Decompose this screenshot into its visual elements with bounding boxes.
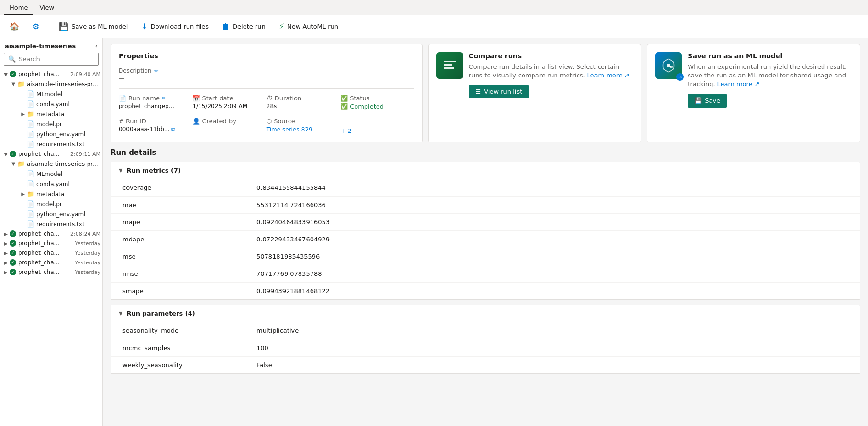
expand-meta2[interactable]: ▶ xyxy=(19,191,27,197)
prop-source: ⬡ Source Time series-829 xyxy=(267,118,340,134)
save-ml-icon-box: → xyxy=(655,52,682,79)
save-ml-button[interactable]: 💾 Save as ML model xyxy=(53,19,134,34)
description-value: — xyxy=(119,75,414,82)
run6-label: prophet_cha... xyxy=(18,259,73,266)
status-dot-run1 xyxy=(10,71,16,77)
sidebar-item-file-mlmodel2[interactable]: 📄 MLmodel xyxy=(0,169,102,179)
sidebar-item-file-pyenv1[interactable]: 📄 python_env.yaml xyxy=(0,129,102,139)
metric-name-coverage: coverage xyxy=(122,184,256,191)
metrics-section-header[interactable]: ▼ Run metrics (7) xyxy=(111,162,860,179)
settings-icon-btn[interactable]: ⚙ xyxy=(27,19,45,34)
expand-run2[interactable]: ▼ xyxy=(2,152,10,157)
metric-row-mdape: mdape 0.07229433467604929 xyxy=(111,231,860,248)
sidebar-item-file-model2[interactable]: 📄 model.pr xyxy=(0,199,102,209)
expand-run4[interactable]: ▶ xyxy=(2,241,10,246)
sidebar-item-run3[interactable]: ▶ prophet_cha... 2:08:24 AM xyxy=(0,229,102,239)
sidebar-item-file-model1[interactable]: 📄 model.pr xyxy=(0,119,102,129)
source-value[interactable]: Time series-829 xyxy=(267,126,312,133)
folder2-icon: 📁 xyxy=(17,160,25,167)
delete-run-button[interactable]: 🗑 Delete run xyxy=(216,19,271,34)
metric-row-mae: mae 55312114.724166036 xyxy=(111,197,860,214)
expand-folder2[interactable]: ▼ xyxy=(10,161,17,166)
save-ml-content: Save run as an ML model When an experime… xyxy=(688,52,852,108)
sidebar-item-file-req2[interactable]: 📄 requirements.txt xyxy=(0,219,102,229)
metric-row-smape: smape 0.09943921881468122 xyxy=(111,283,860,299)
menu-item-view[interactable]: View xyxy=(33,0,60,15)
content-area: Properties Description ✏ — 📄 Run name ✏ xyxy=(103,38,868,426)
file-model2-icon: 📄 xyxy=(27,200,34,208)
run-id-copy-icon[interactable]: ⧉ xyxy=(171,126,175,132)
properties-card: Properties Description ✏ — 📄 Run name ✏ xyxy=(111,44,423,142)
sidebar-item-run5[interactable]: ▶ prophet_cha... Yesterday xyxy=(0,248,102,258)
param-name-seasonality: seasonality_mode xyxy=(122,327,256,334)
param-row-seasonality: seasonality_mode multiplicative xyxy=(111,322,860,339)
expand-run3[interactable]: ▶ xyxy=(2,231,10,237)
view-run-list-button[interactable]: ☰ View run list xyxy=(469,85,529,98)
home-icon-btn[interactable]: 🏠 xyxy=(4,19,25,34)
prop-run-name: 📄 Run name ✏ prophet_changep... xyxy=(119,95,192,110)
sidebar-item-file-req1[interactable]: 📄 requirements.txt xyxy=(0,139,102,149)
params-section-header[interactable]: ▼ Run parameters (4) xyxy=(111,305,860,322)
expand-run7[interactable]: ▶ xyxy=(2,270,10,275)
compare-runs-content: Compare runs Compare run details in a li… xyxy=(469,52,634,98)
sidebar-item-run6[interactable]: ▶ prophet_cha... Yesterday xyxy=(0,258,102,267)
main-layout: aisample-timeseries ‹ 🔍 ▼ prophet_cha...… xyxy=(0,38,868,426)
folder-meta1-icon: 📁 xyxy=(27,110,34,118)
sidebar-item-file-conda2[interactable]: 📄 conda.yaml xyxy=(0,179,102,189)
expand-meta1[interactable]: ▶ xyxy=(19,111,27,117)
prop-run-id: # Run ID 0000aaaa-11bb... ⧉ xyxy=(119,118,192,134)
sidebar-collapse-button[interactable]: ‹ xyxy=(95,42,98,50)
toolbar: 🏠 ⚙ 💾 Save as ML model ⬇ Download run fi… xyxy=(0,15,868,38)
person-icon: 👤 xyxy=(192,118,200,125)
metric-value-mdape: 0.07229433467604929 xyxy=(256,236,330,243)
run4-time: Yesterday xyxy=(75,240,100,247)
save-button[interactable]: 💾 Save xyxy=(688,94,727,108)
sidebar-item-folder-meta2[interactable]: ▶ 📁 metadata xyxy=(0,189,102,199)
folder1-label: aisample-timeseries-pr... xyxy=(27,81,100,87)
expand-run5[interactable]: ▶ xyxy=(2,251,10,256)
params-section-label: Run parameters (4) xyxy=(126,310,195,317)
new-automl-button[interactable]: ⚡ New AutoML run xyxy=(273,19,344,34)
duration-value: 28s xyxy=(267,103,340,109)
search-icon: 🔍 xyxy=(8,55,16,63)
run5-time: Yesterday xyxy=(75,250,100,256)
sidebar-item-run2[interactable]: ▼ prophet_cha... 2:09:11 AM xyxy=(0,149,102,159)
save-ml-learn-more[interactable]: Learn more ↗ xyxy=(717,80,759,87)
download-run-button[interactable]: ⬇ Download run files xyxy=(135,19,214,34)
run5-label: prophet_cha... xyxy=(18,250,73,256)
metric-name-smape: smape xyxy=(122,287,256,295)
compare-runs-learn-more[interactable]: Learn more ↗ xyxy=(587,72,630,79)
sidebar-item-folder2[interactable]: ▼ 📁 aisample-timeseries-pr... xyxy=(0,159,102,169)
plus-badge[interactable]: + 2 xyxy=(340,127,351,134)
run-name-edit-icon[interactable]: ✏ xyxy=(162,95,166,101)
metric-row-mse: mse 5078181985435596 xyxy=(111,248,860,265)
description-edit-icon[interactable]: ✏ xyxy=(154,68,158,74)
file-mlmodel1-label: MLmodel xyxy=(36,91,100,98)
menu-item-home[interactable]: Home xyxy=(4,0,33,15)
search-box[interactable]: 🔍 xyxy=(4,53,99,66)
file-conda1-label: conda.yaml xyxy=(36,101,100,108)
sidebar-item-file-mlmodel1[interactable]: 📄 MLmodel xyxy=(0,89,102,99)
status-dot-run4 xyxy=(10,240,16,247)
sidebar-item-file-pyenv2[interactable]: 📄 python_env.yaml xyxy=(0,209,102,219)
expand-run1[interactable]: ▼ xyxy=(2,72,10,77)
file-pyenv2-label: python_env.yaml xyxy=(36,211,100,218)
download-icon: ⬇ xyxy=(141,22,147,31)
duration-icon: ⏱ xyxy=(267,95,273,102)
expand-folder1[interactable]: ▼ xyxy=(10,81,17,87)
expand-run6[interactable]: ▶ xyxy=(2,260,10,265)
folder-meta1-label: metadata xyxy=(36,111,100,118)
sidebar-item-run1[interactable]: ▼ prophet_cha... 2:09:40 AM xyxy=(0,69,102,79)
folder1-icon: 📁 xyxy=(17,80,25,87)
search-input[interactable] xyxy=(19,55,100,63)
sidebar-item-folder1[interactable]: ▼ 📁 aisample-timeseries-pr... xyxy=(0,79,102,89)
sidebar-item-file-conda1[interactable]: 📄 conda.yaml xyxy=(0,99,102,109)
sidebar-item-run7[interactable]: ▶ prophet_cha... Yesterday xyxy=(0,267,102,277)
sidebar-item-folder-meta1[interactable]: ▶ 📁 metadata xyxy=(0,109,102,119)
run-metrics-section: ▼ Run metrics (7) coverage 0.83441558441… xyxy=(111,162,860,300)
metric-value-mse: 5078181985435596 xyxy=(256,253,320,260)
sidebar-item-run4[interactable]: ▶ prophet_cha... Yesterday xyxy=(0,239,102,248)
metric-row-rmse: rmse 70717769.07835788 xyxy=(111,265,860,283)
file-model2-label: model.pr xyxy=(36,201,100,208)
metric-row-coverage: coverage 0.8344155844155844 xyxy=(111,179,860,197)
